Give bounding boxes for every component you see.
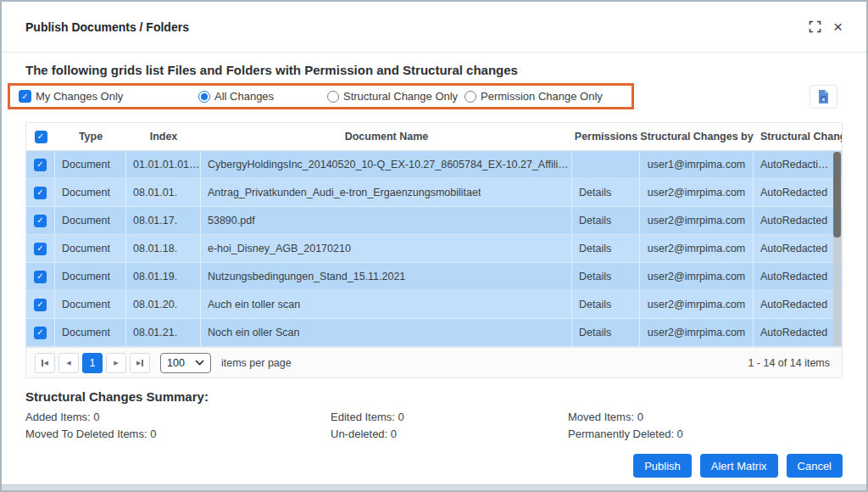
- column-header-document-name[interactable]: Document Name: [201, 123, 572, 150]
- page-size-select[interactable]: 100: [160, 353, 211, 373]
- row-structural-change-cell: AutoRedacted: [754, 263, 842, 291]
- dialog-footer: Publish Alert Matrix Cancel: [25, 454, 843, 478]
- row-changed-by-cell: user2@imrpima.com: [640, 235, 754, 263]
- row-permissions-cell: Details: [572, 207, 640, 235]
- dialog-title: Publish Documents / Folders: [25, 20, 189, 34]
- row-checkbox[interactable]: [34, 159, 47, 171]
- column-header-permissions[interactable]: Permissions: [572, 123, 640, 150]
- row-type-cell: Document: [55, 319, 126, 347]
- page-background-strip: [2, 484, 866, 490]
- details-link[interactable]: Details: [579, 187, 611, 198]
- pagination-next-button[interactable]: ▶: [106, 353, 126, 373]
- table-row[interactable]: Document 08.01.20. Auch ein toller scan …: [26, 291, 842, 319]
- pagination-last-button[interactable]: ▶: [130, 353, 150, 373]
- pagination-prev-button[interactable]: ◀: [58, 353, 79, 373]
- chevron-down-icon: [195, 360, 204, 366]
- table-row[interactable]: Document 08.01.18. e-hoi_Disney_AGB_2017…: [26, 235, 842, 263]
- column-header-type[interactable]: Type: [55, 123, 126, 150]
- row-index-cell: 08.01.20.: [126, 291, 201, 319]
- all-changes-filter[interactable]: All Changes: [198, 90, 327, 103]
- pagination-first-button[interactable]: ◀: [35, 353, 55, 373]
- row-structural-change-cell: AutoRedactionRe...: [754, 151, 842, 179]
- row-index-cell: 08.01.17.: [126, 207, 201, 235]
- close-icon[interactable]: ×: [833, 19, 843, 35]
- pagination-page-1[interactable]: 1: [82, 353, 103, 373]
- my-changes-filter[interactable]: My Changes Only: [19, 90, 198, 103]
- summary-moved-items: Moved Items: 0: [568, 411, 843, 423]
- row-checkbox-cell: [26, 263, 55, 291]
- table-row[interactable]: Document 08.01.17. 53890.pdf Details use…: [26, 207, 842, 235]
- permission-change-radio[interactable]: [465, 91, 476, 103]
- structural-change-radio[interactable]: [327, 91, 339, 103]
- row-checkbox[interactable]: [34, 187, 47, 199]
- row-checkbox[interactable]: [34, 243, 47, 255]
- summary-added-items: Added Items: 0: [25, 411, 331, 423]
- row-checkbox[interactable]: [34, 299, 47, 311]
- publish-button[interactable]: Publish: [633, 454, 692, 478]
- row-checkbox[interactable]: [34, 215, 47, 227]
- row-type-cell: Document: [55, 235, 126, 263]
- export-excel-button[interactable]: x: [810, 85, 837, 109]
- permission-change-filter[interactable]: Permission Change Only: [465, 90, 603, 103]
- details-link[interactable]: Details: [579, 299, 611, 310]
- row-type-cell: Document: [55, 263, 126, 291]
- summary-heading: Structural Changes Summary:: [25, 389, 843, 404]
- publish-dialog: Publish Documents / Folders × The follow…: [0, 0, 868, 492]
- row-structural-change-cell: AutoRedacted: [754, 207, 842, 235]
- table-row[interactable]: Document 08.01.19. Nutzungsbedingungen_S…: [26, 263, 842, 291]
- structural-change-filter[interactable]: Structural Change Only: [327, 90, 465, 103]
- alert-matrix-button[interactable]: Alert Matrix: [700, 454, 778, 478]
- row-permissions-cell: [572, 151, 640, 179]
- row-index-cell: 01.01.01.01.02.: [126, 151, 201, 179]
- row-structural-change-cell: AutoRedacted: [754, 179, 842, 207]
- row-permissions-cell: Details: [572, 179, 640, 207]
- row-changed-by-cell: user1@imrpima.com: [640, 151, 754, 179]
- vertical-scrollbar[interactable]: [833, 152, 841, 346]
- row-document-name-cell: Auch ein toller scan: [201, 291, 572, 319]
- column-header-structural-changes-by[interactable]: Structural Changes by: [640, 123, 754, 150]
- details-link[interactable]: Details: [579, 243, 611, 254]
- table-row[interactable]: Document 01.01.01.01.02. CybergyHoldings…: [26, 151, 842, 179]
- table-body: Document 01.01.01.01.02. CybergyHoldings…: [26, 151, 842, 347]
- row-type-cell: Document: [55, 207, 126, 235]
- select-all-checkbox[interactable]: [35, 131, 47, 143]
- details-link[interactable]: Details: [579, 215, 611, 226]
- row-checkbox[interactable]: [34, 271, 47, 283]
- row-checkbox-cell: [26, 151, 55, 179]
- row-document-name-cell: Nutzungsbedingungen_Stand_15.11.2021: [201, 263, 572, 291]
- row-checkbox-cell: [26, 179, 55, 207]
- column-header-structural-change[interactable]: Structural Chang...: [754, 123, 842, 150]
- row-structural-change-cell: AutoRedacted: [754, 291, 842, 319]
- row-checkbox[interactable]: [34, 327, 47, 339]
- details-link[interactable]: Details: [579, 271, 611, 282]
- permission-change-label: Permission Change Only: [481, 90, 603, 103]
- filter-row: My Changes Only All Changes Structural C…: [25, 83, 843, 114]
- pagination-bar: ◀ ◀ 1 ▶ ▶ 100 items per page 1 - 14 of 1…: [26, 347, 842, 377]
- table-row[interactable]: Document 08.01.01. Antrag_Privatkunden_A…: [26, 179, 842, 207]
- table-row[interactable]: Document 08.01.21. Noch ein oller Scan D…: [26, 319, 842, 347]
- row-changed-by-cell: user2@imrpima.com: [640, 291, 754, 319]
- scrollbar-thumb[interactable]: [833, 152, 841, 238]
- cancel-button[interactable]: Cancel: [787, 454, 843, 478]
- row-document-name-cell: Noch ein oller Scan: [201, 319, 572, 347]
- table-header-row: Type Index Document Name Permissions Str…: [26, 123, 842, 151]
- select-all-cell: [26, 123, 55, 150]
- fullscreen-icon[interactable]: [809, 20, 821, 33]
- row-changed-by-cell: user2@imrpima.com: [640, 207, 754, 235]
- my-changes-checkbox[interactable]: [19, 90, 31, 103]
- all-changes-radio[interactable]: [198, 91, 210, 103]
- row-checkbox-cell: [26, 207, 55, 235]
- column-header-index[interactable]: Index: [126, 123, 201, 150]
- row-document-name-cell: CybergyHoldingsInc_20140520_10-Q_EX-10.2…: [201, 151, 572, 179]
- dialog-header: Publish Documents / Folders ×: [2, 2, 866, 53]
- annotation-highlight-box: My Changes Only All Changes Structural C…: [8, 83, 634, 109]
- row-type-cell: Document: [55, 179, 126, 207]
- items-per-page-label: items per page: [221, 357, 292, 369]
- details-link[interactable]: Details: [579, 327, 611, 338]
- svg-text:x: x: [822, 96, 826, 102]
- row-changed-by-cell: user2@imrpima.com: [640, 179, 754, 207]
- row-checkbox-cell: [26, 291, 55, 319]
- summary-permanently-deleted: Permanently Deleted: 0: [568, 428, 843, 440]
- row-checkbox-cell: [26, 235, 55, 263]
- row-permissions-cell: Details: [572, 263, 640, 291]
